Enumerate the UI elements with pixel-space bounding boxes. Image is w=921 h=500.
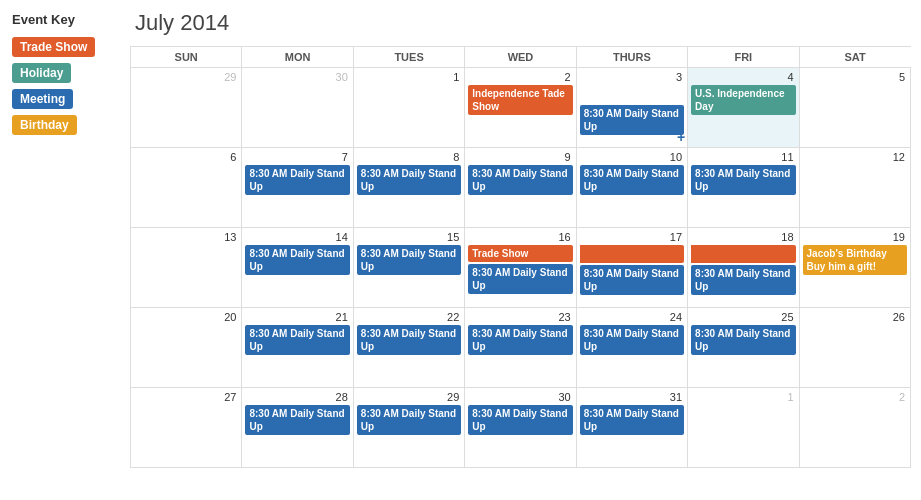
calendar-cell-jul29: 29 8:30 AM Daily Stand Up — [353, 388, 464, 468]
event-standup-jul15[interactable]: 8:30 AM Daily Stand Up — [357, 245, 461, 275]
event-birthday-jacob[interactable]: Jacob's Birthday Buy him a gift! — [803, 245, 907, 275]
event-standup-jul23[interactable]: 8:30 AM Daily Stand Up — [468, 325, 572, 355]
calendar-cell-jul8: 8 8:30 AM Daily Stand Up — [353, 148, 464, 228]
day-number: 10 — [580, 150, 684, 165]
event-standup-jul11[interactable]: 8:30 AM Daily Stand Up — [691, 165, 795, 195]
calendar-cell-jul25: 25 8:30 AM Daily Stand Up — [688, 308, 799, 388]
calendar-grid: SUN MON TUES WED THURS FRI SAT 29 30 — [130, 46, 911, 468]
event-standup-jul24[interactable]: 8:30 AM Daily Stand Up — [580, 325, 684, 355]
calendar-cell-jul10: 10 8:30 AM Daily Stand Up — [576, 148, 687, 228]
calendar-cell-jun29: 29 — [131, 68, 242, 148]
event-time: 8:30 AM — [361, 328, 402, 339]
day-number: 8 — [357, 150, 461, 165]
event-time: 8:30 AM — [695, 268, 736, 279]
sidebar-title: Event Key — [12, 12, 118, 27]
day-number: 12 — [803, 150, 907, 165]
table-row: 13 14 8:30 AM Daily Stand Up 15 8:30 AM … — [131, 228, 911, 308]
event-standup-jul8[interactable]: 8:30 AM Daily Stand Up — [357, 165, 461, 195]
calendar-cell-jun30: 30 — [242, 68, 353, 148]
day-number: 31 — [580, 390, 684, 405]
calendar-cell-jul30: 30 8:30 AM Daily Stand Up — [465, 388, 576, 468]
event-tradeshow-jul16[interactable]: Trade Show — [468, 245, 572, 262]
day-number: 1 — [357, 70, 461, 85]
event-tradeshow-jul18[interactable] — [691, 245, 795, 263]
col-thu: THURS — [576, 47, 687, 68]
day-number: 4 — [691, 70, 795, 85]
day-number: 3 — [580, 70, 684, 85]
calendar-cell-jul2: 2 Independence Tade Show — [465, 68, 576, 148]
col-tue: TUES — [353, 47, 464, 68]
calendar-cell-jul27: 27 — [131, 388, 242, 468]
event-standup-jul28[interactable]: 8:30 AM Daily Stand Up — [245, 405, 349, 435]
event-standup-jul10[interactable]: 8:30 AM Daily Stand Up — [580, 165, 684, 195]
calendar-cell-jul9: 9 8:30 AM Daily Stand Up — [465, 148, 576, 228]
calendar-cell-jul14: 14 8:30 AM Daily Stand Up — [242, 228, 353, 308]
event-time: 8:30 AM — [584, 268, 625, 279]
day-number: 30 — [468, 390, 572, 405]
event-standup-jul22[interactable]: 8:30 AM Daily Stand Up — [357, 325, 461, 355]
event-time: 8:30 AM — [472, 328, 513, 339]
col-sun: SUN — [131, 47, 242, 68]
table-row: 20 21 8:30 AM Daily Stand Up 22 8:30 AM … — [131, 308, 911, 388]
day-number: 30 — [245, 70, 349, 85]
table-row: 6 7 8:30 AM Daily Stand Up 8 8:30 AM Dai… — [131, 148, 911, 228]
event-time: 8:30 AM — [472, 267, 513, 278]
event-tradeshow-jul17[interactable] — [580, 245, 684, 263]
calendar-cell-jul3: 3 8:30 AM Daily Stand Up + — [576, 68, 687, 148]
day-number: 20 — [134, 310, 238, 325]
day-number: 18 — [691, 230, 795, 245]
event-key-meeting[interactable]: Meeting — [12, 89, 73, 109]
event-standup-jul25[interactable]: 8:30 AM Daily Stand Up — [691, 325, 795, 355]
day-number: 26 — [803, 310, 907, 325]
day-number: 5 — [803, 70, 907, 85]
calendar-cell-jul5: 5 — [799, 68, 910, 148]
day-number: 28 — [245, 390, 349, 405]
event-standup-jul17[interactable]: 8:30 AM Daily Stand Up — [580, 265, 684, 295]
table-row: 29 30 1 2 Independence Tade Show — [131, 68, 911, 148]
event-standup-jul18[interactable]: 8:30 AM Daily Stand Up — [691, 265, 795, 295]
calendar-cell-jul19: 19 Jacob's Birthday Buy him a gift! — [799, 228, 910, 308]
event-standup-jul3[interactable]: 8:30 AM Daily Stand Up — [580, 105, 684, 135]
calendar-title: July 2014 — [135, 10, 911, 36]
event-key-holiday[interactable]: Holiday — [12, 63, 71, 83]
day-number: 15 — [357, 230, 461, 245]
day-number: 19 — [803, 230, 907, 245]
day-number: 6 — [134, 150, 238, 165]
event-key-birthday[interactable]: Birthday — [12, 115, 77, 135]
event-label: U.S. Independence Day — [695, 88, 784, 112]
event-standup-jul9[interactable]: 8:30 AM Daily Stand Up — [468, 165, 572, 195]
event-key-tradeshow[interactable]: Trade Show — [12, 37, 95, 57]
day-number: 23 — [468, 310, 572, 325]
calendar-cell-jul11: 11 8:30 AM Daily Stand Up — [688, 148, 799, 228]
event-standup-jul31[interactable]: 8:30 AM Daily Stand Up — [580, 405, 684, 435]
calendar-cell-jul4[interactable]: 4 U.S. Independence Day — [688, 68, 799, 148]
event-time: 8:30 AM — [249, 328, 290, 339]
event-standup-jul29[interactable]: 8:30 AM Daily Stand Up — [357, 405, 461, 435]
event-standup-jul14[interactable]: 8:30 AM Daily Stand Up — [245, 245, 349, 275]
event-standup-jul30[interactable]: 8:30 AM Daily Stand Up — [468, 405, 572, 435]
day-number: 14 — [245, 230, 349, 245]
event-time: 8:30 AM — [472, 168, 513, 179]
event-independence-tradeshow[interactable]: Independence Tade Show — [468, 85, 572, 115]
event-time: 8:30 AM — [695, 328, 736, 339]
day-number: 13 — [134, 230, 238, 245]
day-number: 24 — [580, 310, 684, 325]
event-independence-day[interactable]: U.S. Independence Day — [691, 85, 795, 115]
event-standup-jul16[interactable]: 8:30 AM Daily Stand Up — [468, 264, 572, 294]
event-time: 8:30 AM — [361, 168, 402, 179]
event-time: 8:30 AM — [584, 108, 625, 119]
event-time: 8:30 AM — [472, 408, 513, 419]
event-time: 8:30 AM — [584, 408, 625, 419]
event-standup-jul7[interactable]: 8:30 AM Daily Stand Up — [245, 165, 349, 195]
calendar-cell-jul26: 26 — [799, 308, 910, 388]
calendar-cell-jul7: 7 8:30 AM Daily Stand Up — [242, 148, 353, 228]
table-row: 27 28 8:30 AM Daily Stand Up 29 8:30 AM … — [131, 388, 911, 468]
more-events-icon[interactable]: + — [677, 129, 685, 145]
day-number: 2 — [468, 70, 572, 85]
calendar-cell-jul23: 23 8:30 AM Daily Stand Up — [465, 308, 576, 388]
calendar-cell-aug2: 2 — [799, 388, 910, 468]
event-time: 8:30 AM — [249, 168, 290, 179]
calendar-cell-jul6: 6 — [131, 148, 242, 228]
day-number: 11 — [691, 150, 795, 165]
event-standup-jul21[interactable]: 8:30 AM Daily Stand Up — [245, 325, 349, 355]
